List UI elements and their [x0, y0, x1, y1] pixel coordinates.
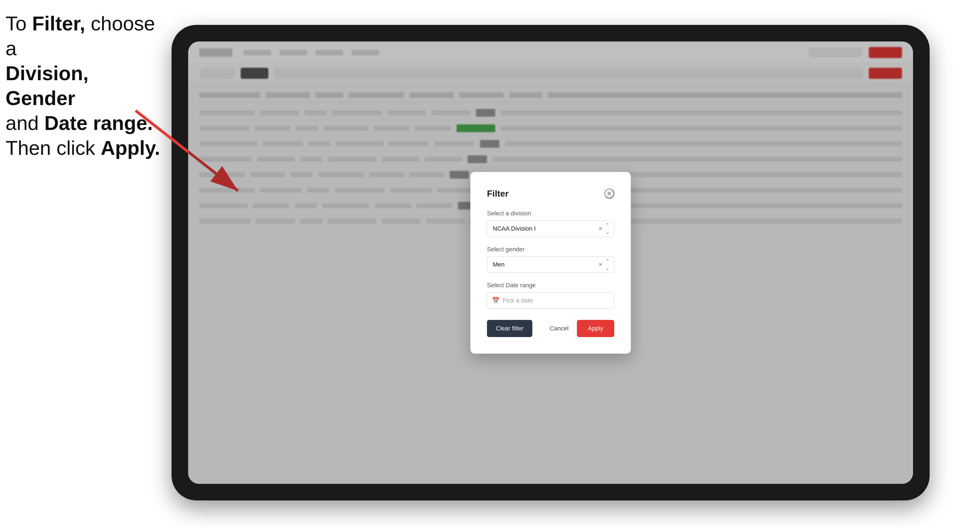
dialog-title: Filter [487, 189, 509, 199]
division-select[interactable]: NCAA Division I NCAA Division II NCAA Di… [487, 221, 614, 237]
dialog-close-button[interactable]: × [604, 189, 614, 198]
dialog-right-actions: Cancel Apply [544, 320, 614, 337]
filter-dialog: Filter × Select a division NCAA Division… [470, 172, 631, 354]
instruction-line4: Then click Apply. [6, 137, 160, 159]
date-form-group: Select Date range 📅 Pick a date [487, 282, 614, 309]
division-form-group: Select a division NCAA Division I NCAA D… [487, 210, 614, 237]
instruction-line3: and Date range. [6, 112, 153, 134]
gender-form-group: Select gender Men Women ✕ ⌃⌄ [487, 246, 614, 273]
dialog-actions: Clear filter Cancel Apply [487, 320, 614, 337]
tablet-screen: Filter × Select a division NCAA Division… [188, 41, 913, 484]
gender-select-wrapper[interactable]: Men Women ✕ ⌃⌄ [487, 256, 614, 273]
select-clear-icon[interactable]: ✕ [598, 225, 603, 232]
date-input-wrapper[interactable]: 📅 Pick a date [487, 292, 614, 309]
gender-clear-icon[interactable]: ✕ [598, 261, 603, 268]
dialog-overlay: Filter × Select a division NCAA Division… [188, 41, 913, 484]
division-label: Select a division [487, 210, 614, 217]
date-input[interactable]: Pick a date [487, 292, 614, 309]
tablet-frame: Filter × Select a division NCAA Division… [172, 25, 930, 500]
instruction-bold2: Division, Gender [6, 62, 89, 109]
gender-select[interactable]: Men Women [487, 256, 614, 273]
apply-button[interactable]: Apply [577, 320, 614, 337]
instruction-panel: To Filter, choose a Division, Gender and… [6, 11, 161, 160]
gender-label: Select gender [487, 246, 614, 253]
instruction-line1: To Filter, choose a [6, 13, 155, 59]
cancel-button[interactable]: Cancel [544, 320, 574, 337]
dialog-header: Filter × [487, 189, 614, 199]
division-select-wrapper[interactable]: NCAA Division I NCAA Division II NCAA Di… [487, 221, 614, 237]
clear-filter-button[interactable]: Clear filter [487, 320, 532, 337]
date-label: Select Date range [487, 282, 614, 289]
